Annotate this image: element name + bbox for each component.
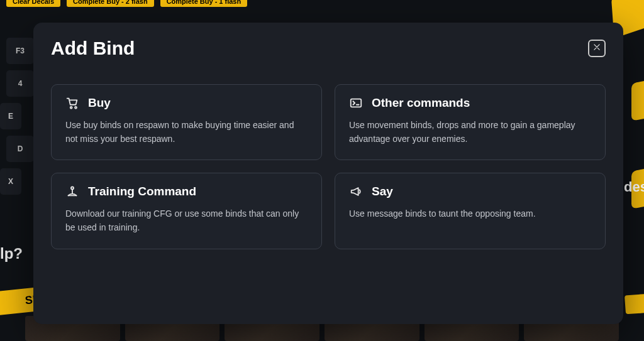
bg-key: X	[0, 168, 21, 195]
bg-side-decor	[631, 57, 644, 232]
modal-title: Add Bind	[51, 38, 135, 59]
card-training-command[interactable]: Training Command Download our training C…	[51, 173, 322, 249]
card-desc: Use movement binds, drops and more to ga…	[349, 119, 591, 146]
bg-key: E	[0, 103, 21, 129]
modal-header: Add Bind	[51, 38, 606, 59]
svg-rect-2	[351, 99, 362, 107]
cart-icon	[65, 96, 79, 110]
card-title: Say	[372, 185, 393, 198]
bg-key: D	[6, 136, 34, 162]
bg-chip-row: Clear Decals Complete Buy - 2 flash Comp…	[0, 0, 253, 11]
card-title: Training Command	[88, 185, 196, 198]
bg-key: F3	[6, 38, 34, 64]
bg-side-text: des	[624, 179, 644, 195]
close-button[interactable]	[588, 40, 606, 57]
bg-chip: Clear Decals	[6, 0, 60, 7]
card-buy[interactable]: Buy Use buy binds on respawn to make buy…	[51, 84, 322, 160]
card-desc: Use message binds to taunt the opposing …	[349, 207, 591, 221]
terminal-icon	[349, 96, 363, 110]
card-title: Buy	[88, 96, 111, 110]
card-desc: Use buy binds on respawn to make buying …	[65, 119, 308, 146]
card-desc: Download our training CFG or use some bi…	[65, 207, 308, 234]
close-icon	[592, 43, 601, 54]
card-title: Other commands	[372, 96, 470, 110]
megaphone-icon	[349, 185, 363, 198]
bg-key: 4	[6, 70, 34, 97]
bg-key-column: F3 4 E D X	[0, 38, 34, 195]
svg-point-1	[75, 107, 77, 109]
card-say[interactable]: Say Use message binds to taunt the oppos…	[335, 173, 606, 249]
card-other-commands[interactable]: Other commands Use movement binds, drops…	[335, 84, 606, 160]
bg-chip: Complete Buy - 2 flash	[67, 0, 154, 7]
add-bind-modal: Add Bind Buy Use buy binds on respawn to…	[33, 23, 623, 324]
bg-chip: Complete Buy - 1 flash	[160, 0, 248, 7]
bind-category-grid: Buy Use buy binds on respawn to make buy…	[51, 84, 606, 249]
bg-decor-icon	[625, 294, 644, 315]
joystick-icon	[65, 185, 79, 198]
svg-point-0	[70, 107, 72, 109]
bg-help-text: lp?	[0, 245, 23, 263]
